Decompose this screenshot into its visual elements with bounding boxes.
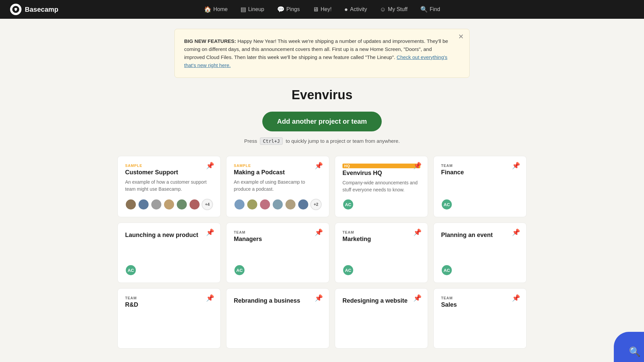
avatar-initials: AC <box>342 264 354 276</box>
card-making-podcast[interactable]: 📌 SAMPLE Making a Podcast An example of … <box>226 156 329 217</box>
card-title: Redesigning a website <box>342 297 420 304</box>
card-title: Making a Podcast <box>234 169 322 176</box>
card-customer-support[interactable]: 📌 SAMPLE Customer Support An example of … <box>117 156 221 217</box>
avatar-initials: AC <box>441 199 452 210</box>
card-label: SAMPLE <box>125 164 213 168</box>
card-title: R&D <box>125 301 213 308</box>
pings-icon: 💬 <box>277 6 284 13</box>
nav-pings[interactable]: 💬 Pings <box>272 3 305 16</box>
home-icon: 🏠 <box>204 6 211 13</box>
pin-icon[interactable]: 📌 <box>413 162 422 170</box>
nav-find[interactable]: 🔍 Find <box>415 3 445 16</box>
logo[interactable]: Basecamp <box>10 4 58 15</box>
shortcut-hint-pre: Press <box>244 138 257 144</box>
logo-text: Basecamp <box>25 6 58 13</box>
pin-icon[interactable]: 📌 <box>413 228 422 236</box>
shortcut-hint: Press Ctrl+J to quickly jump to a projec… <box>117 138 527 144</box>
card-label: TEAM <box>234 230 322 234</box>
banner-close-button[interactable]: ✕ <box>458 33 464 40</box>
card-avatars: AC <box>342 264 420 276</box>
card-title: Sales <box>441 301 519 308</box>
card-desc: Company-wide announcements and stuff eve… <box>342 179 420 193</box>
main-content: Evenvirus Add another project or team Pr… <box>104 88 540 362</box>
find-icon: 🔍 <box>420 6 428 13</box>
card-team-marketing[interactable]: 📌 TEAM Marketing AC <box>335 223 428 283</box>
pin-icon[interactable]: 📌 <box>206 294 214 302</box>
avatar <box>138 199 149 210</box>
card-avatars: AC <box>441 199 519 210</box>
card-label: SAMPLE <box>234 164 322 168</box>
card-avatars: +4 <box>125 199 213 210</box>
card-team-rd[interactable]: 📌 TEAM R&D <box>117 288 221 349</box>
card-desc: An example of how a customer support tea… <box>125 179 213 193</box>
avatar <box>234 199 245 210</box>
card-desc <box>125 241 213 259</box>
hey-icon: 🖥 <box>313 6 319 13</box>
top-navigation: Basecamp 🏠 Home ▤ Lineup 💬 Pings 🖥 Hey! … <box>0 0 644 19</box>
corner-badge-icon: 🔍 <box>629 346 641 357</box>
pin-icon[interactable]: 📌 <box>315 294 323 302</box>
pin-icon[interactable]: 📌 <box>315 228 323 236</box>
card-desc <box>441 241 519 259</box>
card-label: TEAM <box>125 296 213 300</box>
card-label: TEAM <box>342 230 420 234</box>
mystuff-icon: ☺ <box>380 6 386 13</box>
org-title: Evenvirus <box>117 88 527 102</box>
pin-icon[interactable]: 📌 <box>206 162 214 170</box>
nav-hey[interactable]: 🖥 Hey! <box>307 3 337 16</box>
card-desc <box>234 245 322 259</box>
card-desc <box>441 179 519 193</box>
avatar <box>189 199 200 210</box>
avatar-more: +4 <box>202 199 213 210</box>
card-title: Customer Support <box>125 169 213 176</box>
nav-mystuff[interactable]: ☺ My Stuff <box>374 3 413 16</box>
card-team-finance[interactable]: 📌 TEAM Finance AC <box>433 156 527 217</box>
card-title: Marketing <box>342 236 420 243</box>
card-avatars: AC <box>441 264 519 276</box>
announcement-banner: BIG NEW FEATURES: Happy New Year! This w… <box>174 29 470 78</box>
card-evenvirus-hq[interactable]: 📌 HQ Evenvirus HQ Company-wide announcem… <box>335 156 428 217</box>
avatar <box>176 199 187 210</box>
card-redesigning-website[interactable]: 📌 Redesigning a website <box>335 288 428 349</box>
card-title: Finance <box>441 169 519 176</box>
card-avatars: +2 <box>234 199 322 210</box>
card-rebranding[interactable]: 📌 Rebranding a business <box>226 288 329 349</box>
card-title: Launching a new product <box>125 232 213 239</box>
avatar <box>259 199 271 210</box>
shortcut-hint-post: to quickly jump to a project or team fro… <box>286 138 400 144</box>
pin-icon[interactable]: 📌 <box>206 228 214 236</box>
card-label: TEAM <box>441 296 519 300</box>
avatar <box>285 199 296 210</box>
banner-title: BIG NEW FEATURES: <box>184 38 236 44</box>
nav-lineup[interactable]: ▤ Lineup <box>235 3 270 16</box>
avatar-more: +2 <box>310 199 322 210</box>
pin-icon[interactable]: 📌 <box>512 294 520 302</box>
shortcut-key: Ctrl+J <box>260 137 283 145</box>
nav-activity[interactable]: ● Activity <box>339 3 373 16</box>
card-title: Evenvirus HQ <box>342 170 420 177</box>
add-project-button[interactable]: Add another project or team <box>262 112 382 131</box>
corner-badge[interactable]: 🔍 <box>614 332 644 362</box>
card-title: Planning an event <box>441 232 519 239</box>
pin-icon[interactable]: 📌 <box>512 162 520 170</box>
avatar <box>163 199 175 210</box>
card-team-sales[interactable]: 📌 TEAM Sales <box>433 288 527 349</box>
nav-links: 🏠 Home ▤ Lineup 💬 Pings 🖥 Hey! ● Activit… <box>199 3 445 16</box>
card-desc <box>342 245 420 259</box>
card-title: Managers <box>234 236 322 243</box>
avatar <box>151 199 162 210</box>
lineup-icon: ▤ <box>240 6 246 13</box>
card-avatars: AC <box>234 264 322 276</box>
pin-icon[interactable]: 📌 <box>315 162 323 170</box>
card-title: Rebranding a business <box>234 297 322 304</box>
card-avatars: AC <box>342 199 420 210</box>
avatar <box>247 199 258 210</box>
card-planning-event[interactable]: 📌 Planning an event AC <box>433 223 527 283</box>
card-launching-product[interactable]: 📌 Launching a new product AC <box>117 223 221 283</box>
activity-icon: ● <box>344 6 348 13</box>
nav-home[interactable]: 🏠 Home <box>199 3 233 16</box>
card-team-managers[interactable]: 📌 TEAM Managers AC <box>226 223 329 283</box>
avatar <box>272 199 283 210</box>
pin-icon[interactable]: 📌 <box>413 294 422 302</box>
pin-icon[interactable]: 📌 <box>512 228 520 236</box>
